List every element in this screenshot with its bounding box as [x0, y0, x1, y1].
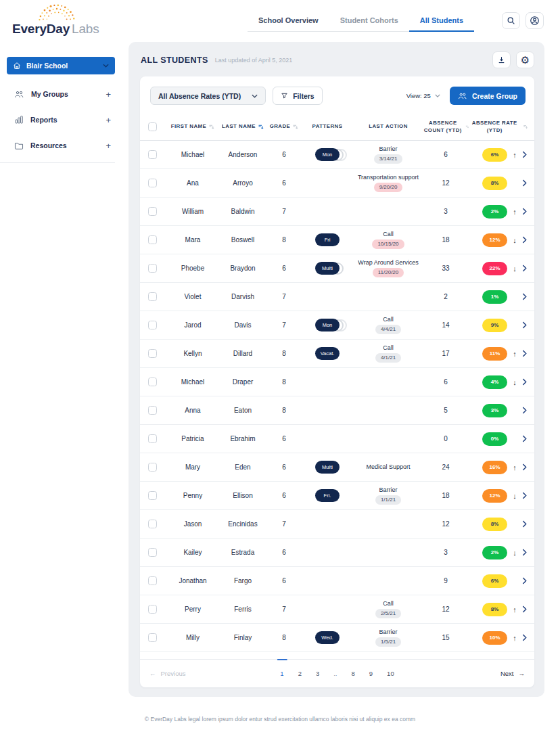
row-checkbox[interactable] [148, 378, 157, 386]
row-checkbox[interactable] [148, 292, 157, 301]
row-chevron-icon[interactable] [522, 378, 527, 386]
row-checkbox[interactable] [148, 605, 157, 614]
table-row[interactable]: Michael Anderson 6 Mon Barrier3/14/21 6 … [140, 141, 534, 169]
cell-absence-count: 9 [423, 577, 469, 585]
row-chevron-icon[interactable] [522, 265, 527, 272]
cell-last-action: Barrier3/14/21 [354, 145, 423, 164]
table-row[interactable]: Violet Darvish 7 2 1% [140, 283, 534, 311]
table-row[interactable]: Mara Boswell 8 Fri Call10/15/20 18 12% ↓ [140, 226, 534, 254]
sort-icon [292, 124, 298, 130]
row-checkbox[interactable] [148, 434, 157, 443]
table-row[interactable]: Ana Arroyo 6 Transportation support9/20/… [140, 169, 534, 198]
row-checkbox[interactable] [148, 207, 157, 216]
column-header-absence-count[interactable]: ABSENCE COUNT (YTD) [423, 120, 469, 133]
table-row[interactable]: Michael Draper 8 6 4% ↓ [140, 368, 534, 396]
page-number[interactable]: 10 [387, 660, 394, 687]
expand-plus-icon[interactable]: + [106, 141, 111, 151]
page-number[interactable]: 2 [298, 660, 302, 687]
row-chevron-icon[interactable] [522, 605, 527, 613]
page-number[interactable]: 9 [369, 660, 373, 687]
row-checkbox[interactable] [148, 491, 157, 500]
sidebar-item-reports[interactable]: Reports + [0, 107, 122, 133]
table-row[interactable]: Penny Ellison 6 Fri. Barrier1/1/21 18 12… [140, 482, 534, 510]
row-checkbox[interactable] [148, 349, 157, 358]
row-checkbox[interactable] [148, 576, 157, 585]
row-checkbox[interactable] [148, 406, 157, 415]
trend-arrow: ↑ [511, 151, 518, 159]
table-row[interactable]: Perry Ferris 7 Call2/5/21 12 8% ↑ [140, 595, 534, 624]
row-chevron-icon[interactable] [522, 435, 527, 442]
table-row[interactable]: Kailey Estrada 6 3 2% ↓ [140, 539, 534, 567]
filters-button[interactable]: Filters [273, 87, 323, 105]
arrow-left-icon: ← [149, 670, 156, 677]
sidebar-item-my-groups[interactable]: My Groups + [0, 81, 122, 107]
row-chevron-icon[interactable] [522, 151, 527, 158]
sidebar-school-selector[interactable]: Blair School [7, 57, 115, 74]
column-header-grade[interactable]: GRADE [267, 123, 301, 130]
expand-plus-icon[interactable]: + [106, 89, 111, 99]
account-button[interactable] [526, 12, 544, 29]
tab-school-overview[interactable]: School Overview [248, 14, 329, 31]
row-chevron-icon[interactable] [522, 179, 527, 187]
table-row[interactable]: Milly Finlay 8 Wed. Barrier1/5/21 15 10%… [140, 624, 534, 652]
row-checkbox[interactable] [148, 150, 157, 159]
table-row[interactable]: Jarod Davis 7 Mon Call4/4/21 14 9% [140, 311, 534, 340]
download-button[interactable] [492, 51, 511, 68]
table-row[interactable]: Jason Encinidas 7 12 8% [140, 510, 534, 539]
table-row[interactable]: Patricia Ebrahim 6 0 0% [140, 425, 534, 453]
expand-plus-icon[interactable]: + [106, 115, 111, 125]
cell-last-action: Call2/5/21 [354, 600, 423, 618]
sidebar-school-label: Blair School [26, 62, 68, 70]
row-chevron-icon[interactable] [522, 520, 527, 528]
cell-patterns: Fri [301, 233, 354, 246]
create-group-button[interactable]: Create Group [450, 87, 526, 105]
row-checkbox[interactable] [148, 321, 157, 329]
tab-student-cohorts[interactable]: Student Cohorts [329, 14, 409, 31]
row-checkbox[interactable] [148, 633, 157, 642]
cell-grade: 6 [267, 435, 301, 442]
row-chevron-icon[interactable] [522, 634, 527, 641]
select-all-checkbox[interactable] [148, 122, 157, 131]
row-chevron-icon[interactable] [522, 407, 527, 414]
view-count-dropdown[interactable]: View: 25 [406, 92, 440, 99]
page-number[interactable]: 3 [316, 660, 319, 687]
table-row[interactable]: Kellyn Dillard 8 Vacat. Call4/1/21 17 11… [140, 340, 534, 368]
row-chevron-icon[interactable] [522, 492, 527, 499]
search-button[interactable] [502, 12, 520, 29]
absence-rate-filter-dropdown[interactable]: All Absence Rates (YTD) [150, 87, 266, 105]
row-checkbox[interactable] [148, 235, 157, 244]
column-header-patterns[interactable]: PATTERNS [301, 123, 354, 130]
cell-absence-count: 6 [423, 378, 469, 386]
row-chevron-icon[interactable] [522, 293, 527, 300]
table-row[interactable]: Anna Eaton 8 5 3% [140, 396, 534, 425]
cell-absence-count: 12 [423, 605, 469, 613]
table-row[interactable]: Mary Eden 6 Multi Medical Support 24 16%… [140, 453, 534, 482]
table-row[interactable]: Jonathan Fargo 6 9 6% [140, 567, 534, 595]
row-chevron-icon[interactable] [522, 236, 527, 244]
row-checkbox[interactable] [148, 548, 157, 557]
page-number[interactable]: 1 [280, 660, 283, 687]
column-header-last-name[interactable]: LAST NAME [218, 123, 267, 130]
settings-button[interactable]: ⚙ [516, 51, 534, 68]
row-chevron-icon[interactable] [522, 463, 527, 471]
sort-icon-active [258, 124, 264, 130]
sidebar-item-resources[interactable]: Resources + [0, 133, 122, 158]
table-row[interactable]: Phoebe Braydon 6 Multi Wrap Around Servi… [140, 254, 534, 283]
row-checkbox[interactable] [148, 264, 157, 273]
row-chevron-icon[interactable] [522, 208, 527, 215]
row-checkbox[interactable] [148, 520, 157, 528]
column-header-last-action[interactable]: LAST ACTION [354, 123, 423, 130]
page-number[interactable]: 8 [352, 660, 355, 687]
previous-page-button[interactable]: ← Previous [149, 670, 185, 677]
row-chevron-icon[interactable] [522, 577, 527, 585]
row-chevron-icon[interactable] [522, 350, 527, 357]
tab-all-students[interactable]: All Students [409, 14, 474, 32]
column-header-absence-rate[interactable]: ABSENCE RATE (YTD) [469, 120, 528, 133]
row-chevron-icon[interactable] [522, 321, 527, 329]
row-checkbox[interactable] [148, 463, 157, 472]
row-checkbox[interactable] [148, 179, 157, 187]
column-header-first-name[interactable]: FIRST NAME [167, 123, 218, 130]
next-page-button[interactable]: Next → [500, 670, 525, 677]
row-chevron-icon[interactable] [522, 549, 527, 556]
table-row[interactable]: William Baldwin 7 3 2% ↑ [140, 198, 534, 226]
